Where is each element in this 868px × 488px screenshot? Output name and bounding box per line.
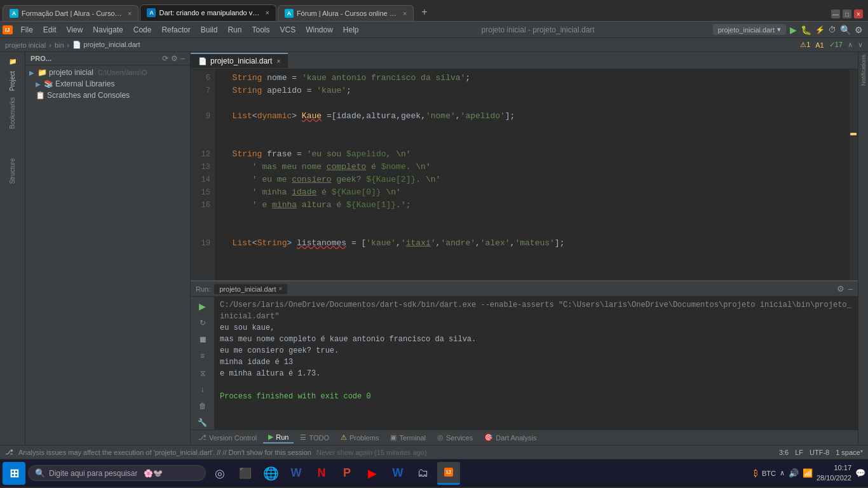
menu-refactor[interactable]: Refactor [157,24,194,36]
stop-button[interactable]: ⏹ [195,332,210,346]
console-output-line-4: minha idade é 13 [220,356,853,368]
speaker-icon[interactable]: 🔊 [789,468,799,478]
menu-navigate[interactable]: Navigate [88,24,127,36]
chevron-up-icon[interactable]: ∧ [780,469,785,477]
git-branch-icon[interactable]: ⎇ [5,448,13,456]
taskbar-app-edge[interactable]: 🌐 [259,462,282,485]
menu-window[interactable]: Window [301,24,337,36]
line-num-9: 9 [191,110,210,123]
sidebar-sync-icon[interactable]: ⟳ [162,54,168,63]
menu-code[interactable]: Code [129,24,156,36]
tab-version-control[interactable]: ⎇ Version Control [193,432,262,443]
menu-file[interactable]: File [17,24,37,36]
breadcrumb-bin[interactable]: bin [55,41,64,49]
tree-item-project[interactable]: ▶ 📁 projeto inicial C:\Users\laris\O [25,67,190,78]
console-area: Run: projeto_inicial.dart × ⚙ – ▶ ↻ ⏹ ≡ [191,280,858,430]
menu-tools[interactable]: Tools [247,24,274,36]
rerun-button[interactable]: ↻ [195,316,210,330]
browser-tab-1[interactable]: A Formação Dart | Alura - Cursos ... × [3,5,139,21]
browser-tab-3[interactable]: A Fórum | Alura - Cursos online de... × [278,5,414,21]
chevron-down-icon[interactable]: ∨ [858,41,863,49]
console-output[interactable]: C:/Users/laris/OneDrive/Documentos/dart-… [215,297,858,430]
maximize-button[interactable]: □ [843,10,851,18]
taskbar-app-powerpoint[interactable]: P [336,462,358,485]
editor-tab-active[interactable]: 📄 projeto_inicial.dart × [191,53,288,68]
taskbar-app-w2[interactable]: W [386,462,409,485]
run-play-button[interactable]: ▶ [195,299,210,313]
tree-item-external-libs[interactable]: ▶ 📚 External Libraries [25,78,190,90]
tab1-close[interactable]: × [128,10,132,17]
menu-run[interactable]: Run [223,24,246,36]
chevron-up-icon[interactable]: ∧ [848,41,853,49]
taskbar-app-intellij[interactable]: IJ [437,462,460,485]
ide-title: projeto inicial - projeto_inicial.dart [365,25,712,34]
sidebar-collapse-icon[interactable]: – [180,54,185,63]
menu-view[interactable]: View [62,24,88,36]
tab-services[interactable]: ◎ Services [432,432,478,443]
tab-run[interactable]: ▶ Run [263,431,294,444]
tab3-close[interactable]: × [403,10,407,17]
taskbar-search[interactable]: 🔍 Digite aqui para pesquisar 🌸🐭 [28,465,206,481]
console-wrench-icon[interactable]: 🔧 [195,416,210,430]
system-tray: ₿ BTC ∧ 🔊 📶 10:17 28/10/2022 💬 [754,463,865,483]
menu-help[interactable]: Help [339,24,363,36]
taskbar-app-word[interactable]: W [285,462,308,485]
tab2-close[interactable]: × [265,9,269,17]
coverage-button[interactable]: ⚡ [815,25,825,34]
sidebar-header-icons: ⟳ ⚙ – [162,54,185,63]
encoding[interactable]: UTF-8 [810,449,829,456]
tab-problems[interactable]: ⚠ Problems [336,432,384,443]
settings-gear-icon[interactable]: ⚙ [855,25,863,35]
tab-terminal[interactable]: ▣ Terminal [385,432,431,443]
menu-vcs[interactable]: VCS [275,24,300,36]
code-content[interactable]: String nome = 'kaue antonio francisco da… [215,69,849,280]
line-ending[interactable]: LF [795,449,803,456]
console-trash-icon[interactable]: 🗑 [195,399,210,413]
bookmarks-vert-label: Bookmarks [8,95,17,154]
console-scroll-icon[interactable]: ↓ [195,383,210,396]
editor-tab-close[interactable]: × [276,58,280,65]
start-button[interactable]: ⊞ [3,462,25,485]
taskbar-app-youtube[interactable]: ▶ [361,462,384,485]
toolbar-right: projeto_inicial.dart ▾ ▶ 🐛 ⚡ ⏱ 🔍 ⚙ [713,24,863,35]
menu-edit[interactable]: Edit [39,24,61,36]
tree-item-scratches[interactable]: 📋 Scratches and Consoles [25,90,190,101]
project-tool-icon[interactable]: 📁 [3,55,23,67]
notifications-label[interactable]: Notifications [859,52,868,88]
notification-center-icon[interactable]: 💬 [855,468,865,478]
annotation-count: A1 [815,41,824,49]
tab-dart-analysis[interactable]: 🎯 Dart Analysis [479,432,541,443]
breadcrumb-file[interactable]: 📄 projeto_inicial.dart [72,41,140,49]
console-tab-close[interactable]: × [279,285,283,292]
close-button[interactable]: × [854,10,863,18]
indent[interactable]: 1 space* [836,449,863,456]
menu-build[interactable]: Build [196,24,222,36]
tab-todo[interactable]: ☰ TODO [295,432,334,443]
clock-display[interactable]: 10:17 28/10/2022 [817,463,851,483]
console-format-icon[interactable]: ≡ [195,349,210,363]
console-file-tab[interactable]: projeto_inicial.dart × [214,284,287,294]
run-icon-tab: ▶ [268,433,273,441]
taskbar-app-files[interactable]: 🗂 [412,462,435,485]
search-icon: 🔍 [35,468,45,478]
breadcrumb-project[interactable]: projeto inicial [5,41,46,49]
run-button[interactable]: ▶ [790,25,797,35]
console-filter-icon[interactable]: ⧖ [195,366,210,380]
cursor-position[interactable]: 3:6 [779,449,789,456]
line-num-8 [191,97,210,110]
project-selector[interactable]: projeto_inicial.dart ▾ [713,24,786,35]
debug-button[interactable]: 🐛 [801,25,811,35]
add-tab-button[interactable]: + [415,3,433,21]
console-output-line-5: e minha altura é 1.73. [220,368,853,379]
taskbar-app-taskview[interactable]: ⬛ [234,462,257,485]
network-icon[interactable]: 📶 [803,468,813,478]
console-settings-icon[interactable]: ⚙ [837,284,844,294]
sidebar-gear-icon[interactable]: ⚙ [171,54,178,63]
browser-tab-2[interactable]: A Dart: criando e manipulando va... × [140,4,276,21]
profile-button[interactable]: ⏱ [829,25,836,34]
minimize-button[interactable]: — [831,10,840,18]
search-everywhere-icon[interactable]: 🔍 [840,25,851,35]
console-close-icon[interactable]: – [848,284,853,294]
taskbar-app-cortana[interactable]: ◎ [208,462,231,485]
taskbar-app-netflix[interactable]: N [310,462,333,485]
